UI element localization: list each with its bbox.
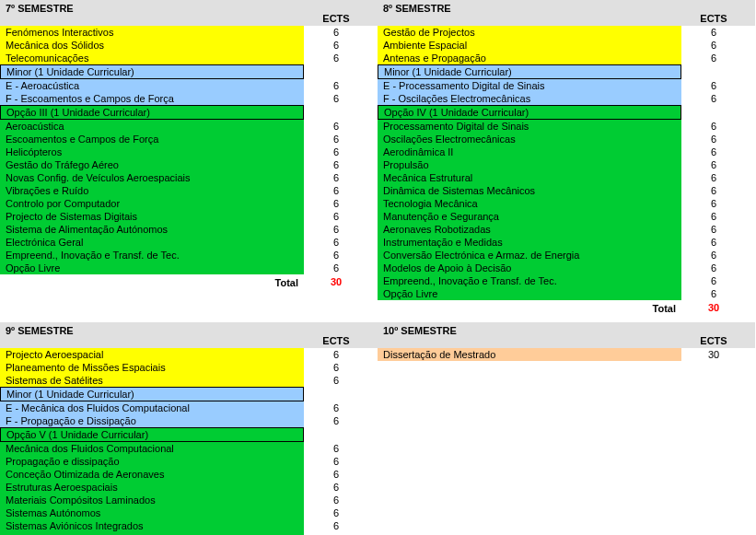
semester-title: 7º SEMESTRE — [0, 0, 304, 26]
opcao-header: Opção III (1 Unidade Curricular) — [0, 105, 304, 120]
course-ects: 6 — [681, 133, 746, 145]
course-row: Empreend., Inovação e Transf. de Tec.6 — [378, 274, 755, 287]
course-row: Aeroacústica6 — [0, 120, 378, 133]
course-row: Projecto de Sistemas Digitais6 — [0, 210, 378, 223]
course-row: Sistemas de Satélites6 — [0, 374, 378, 387]
course-row: Opção Livre6 — [0, 262, 378, 274]
course-ects: 6 — [681, 236, 746, 249]
course-name: Projecto Aeroespacial — [0, 348, 304, 361]
course-ects: 6 — [304, 414, 368, 427]
course-ects: 6 — [681, 262, 746, 274]
total-value: 30 — [681, 302, 746, 315]
course-ects: 6 — [304, 348, 368, 361]
course-row: Planeamento de Missões Espaciais6 — [0, 361, 378, 374]
course-row: Dissertação de Mestrado30 — [378, 348, 755, 361]
course-name: Helicópteros — [0, 145, 304, 158]
course-name: Instrumentação e Medidas — [378, 236, 681, 249]
course-name: Telecomunicações — [0, 52, 304, 64]
top-columns: 7º SEMESTRE ECTS Fenómenos Interactivos6… — [0, 0, 756, 315]
course-name: Propagação e dissipação — [0, 455, 304, 468]
yellow-group: Projecto Aeroespacial6Planeamento de Mis… — [0, 348, 378, 387]
course-row: Sistemas Aviónicos Integrados6 — [0, 519, 378, 532]
course-ects: 6 — [681, 210, 746, 223]
course-row: Dinâmica de Sistemas Mecânicos6 — [378, 184, 755, 197]
course-name: Empreend., Inovação e Transf. de Tec. — [378, 274, 681, 287]
course-ects: 6 — [681, 52, 746, 64]
course-ects: 6 — [681, 223, 746, 236]
semester-header: 7º SEMESTRE ECTS — [0, 0, 378, 26]
course-ects: 6 — [304, 171, 368, 184]
course-name: Novas Config. de Veículos Aeroespaciais — [0, 171, 304, 184]
course-name: Oscilações Electromecânicas — [378, 133, 681, 145]
course-row: Novas Config. de Veículos Aeroespaciais6 — [0, 171, 378, 184]
course-row: Conceção Otimizada de Aeronaves6 — [0, 468, 378, 481]
course-ects: 6 — [681, 158, 746, 171]
course-ects: 6 — [304, 184, 368, 197]
course-name: E - Processamento Digital de Sinais — [378, 79, 681, 92]
course-ects: 6 — [304, 236, 368, 249]
course-name: Processamento Digital de Sinais — [378, 120, 681, 133]
course-ects: 6 — [304, 39, 368, 52]
total-row: Total 30 — [378, 300, 755, 315]
opcao-header: Opção V (1 Unidade Curricular) — [0, 427, 304, 442]
course-ects: 6 — [681, 287, 746, 300]
course-name: Escoamentos e Campos de Força — [0, 133, 304, 145]
course-ects: 6 — [681, 197, 746, 210]
course-row: F - Escoamentos e Campos de Força6 — [0, 92, 378, 105]
course-ects: 6 — [304, 120, 368, 133]
opcao-group: Mecânica dos Fluidos Computacional6Propa… — [0, 442, 378, 535]
ects-header: ECTS — [681, 0, 746, 26]
course-name: Aeronaves Robotizadas — [378, 223, 681, 236]
course-name: Aeroacústica — [0, 120, 304, 133]
course-name: Sistema de Alimentação Autónomos — [0, 223, 304, 236]
course-name: E - Mecânica dos Fluidos Computacional — [0, 401, 304, 414]
course-row: Electrónica Geral6 — [0, 236, 378, 249]
course-row: Aerodinâmica II6 — [378, 145, 755, 158]
total-label: Total — [378, 302, 681, 315]
minor-group: E - Aeroacústica6F - Escoamentos e Campo… — [0, 79, 378, 105]
course-ects: 6 — [304, 210, 368, 223]
course-ects: 6 — [304, 145, 368, 158]
course-name: Mecânica dos Sólidos — [0, 39, 304, 52]
course-name: Estruturas Aeroespaciais — [0, 481, 304, 494]
minor-header-row: Minor (1 Unidade Curricular) — [0, 387, 378, 401]
course-name: Ambiente Espacial — [378, 39, 681, 52]
minor-header: Minor (1 Unidade Curricular) — [0, 387, 304, 401]
course-ects: 6 — [304, 468, 368, 481]
course-ects: 6 — [304, 506, 368, 519]
course-row: Tecnologia Mecânica6 — [378, 197, 755, 210]
course-row: Antenas e Propagação6 — [378, 52, 755, 64]
course-ects: 6 — [304, 262, 368, 274]
semester-title: 10º SEMESTRE — [378, 322, 681, 348]
course-name: Materiais Compósitos Laminados — [0, 494, 304, 506]
course-name: Gestão do Tráfego Aéreo — [0, 158, 304, 171]
course-name: Projecto de Sistemas Digitais — [0, 210, 304, 223]
course-ects: 6 — [304, 26, 368, 39]
course-name: Antenas e Propagação — [378, 52, 681, 64]
semester-10: 10º SEMESTRE ECTS Dissertação de Mestrad… — [378, 322, 755, 535]
course-row: Escoamentos e Campos de Força6 — [0, 133, 378, 145]
minor-group: E - Processamento Digital de Sinais6F - … — [378, 79, 755, 105]
course-ects: 6 — [304, 374, 368, 387]
course-name: Empreend., Inovação e Transf. de Tec. — [0, 249, 304, 262]
course-name: Planeamento de Missões Espaciais — [0, 361, 304, 374]
course-ects: 6 — [681, 120, 746, 133]
minor-header-row: Minor (1 Unidade Curricular) — [378, 64, 755, 79]
course-ects: 6 — [304, 455, 368, 468]
course-row: Controlo por Computador6 — [0, 197, 378, 210]
course-row: Propulsão6 — [378, 158, 755, 171]
course-name: Mecânica dos Fluidos Computacional — [0, 442, 304, 455]
course-name: Propulsão — [378, 158, 681, 171]
course-name: Sistemas de Satélites — [0, 374, 304, 387]
yellow-group: Gestão de Projectos6Ambiente Espacial6An… — [378, 26, 755, 64]
course-name: F - Escoamentos e Campos de Força — [0, 92, 304, 105]
course-name: Mecânica Estrutural — [378, 171, 681, 184]
course-ects: 6 — [681, 79, 746, 92]
course-row: Manutenção e Segurança6 — [378, 210, 755, 223]
course-row: Aeronaves Robotizadas6 — [378, 223, 755, 236]
course-row: Mecânica Estrutural6 — [378, 171, 755, 184]
course-ects: 6 — [304, 442, 368, 455]
course-ects: 6 — [681, 171, 746, 184]
course-row: E - Processamento Digital de Sinais6 — [378, 79, 755, 92]
course-ects: 6 — [304, 133, 368, 145]
